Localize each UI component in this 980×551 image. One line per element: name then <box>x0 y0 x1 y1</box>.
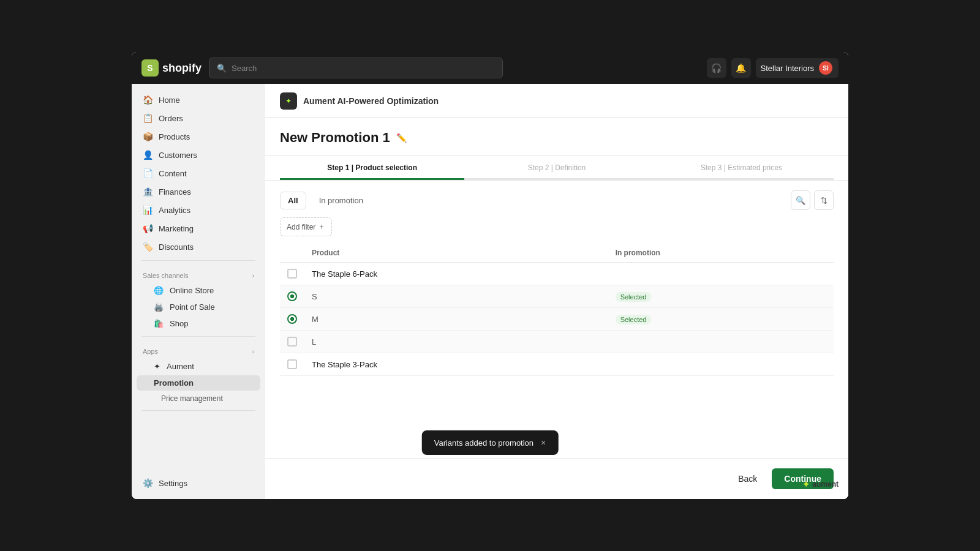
content-icon: 📄 <box>143 168 153 178</box>
add-filter-label: Add filter <box>287 223 315 231</box>
sidebar-divider-3 <box>141 410 255 411</box>
sidebar-item-finances[interactable]: 🏦 Finances <box>137 183 260 200</box>
col-in-promotion: In promotion <box>608 244 834 263</box>
step-3[interactable]: Step 3 | Estimated prices <box>649 156 834 180</box>
row-staple3-promotion <box>608 353 834 376</box>
step-2-label: Step 2 | Definition <box>464 163 649 178</box>
sidebar-item-discounts-label: Discounts <box>159 242 194 252</box>
add-filter-plus-icon: ＋ <box>318 222 325 232</box>
sidebar-item-settings[interactable]: ⚙️ Settings <box>137 474 260 492</box>
col-checkbox <box>280 244 304 263</box>
sidebar-item-pos-label: Point of Sale <box>170 302 215 312</box>
row-staple6-promotion <box>608 263 834 285</box>
home-icon: 🏠 <box>143 95 153 105</box>
sidebar-item-discounts[interactable]: 🏷️ Discounts <box>137 238 260 255</box>
toast-close-button[interactable]: × <box>541 438 546 448</box>
table-row: L <box>280 331 834 353</box>
store-button[interactable]: Stellar Interiors SI <box>756 58 839 78</box>
row-staple6-name: The Staple 6-Pack <box>304 263 608 285</box>
search-bar[interactable]: 🔍 Search <box>209 58 503 78</box>
add-filter-button[interactable]: Add filter ＋ <box>280 217 332 236</box>
sidebar-item-price-management[interactable]: Price management <box>137 392 260 405</box>
row-m-name: M <box>304 308 608 331</box>
toast-message: Variants added to promotion <box>434 438 533 448</box>
row-staple6-checkbox[interactable] <box>287 269 297 279</box>
sidebar-item-home-label: Home <box>159 96 180 105</box>
sidebar-divider-2 <box>141 336 255 337</box>
shop-icon: 🛍️ <box>154 319 164 328</box>
sidebar-item-products-label: Products <box>159 132 190 141</box>
sort-icon-btn[interactable]: ⇅ <box>814 190 834 210</box>
table-row: The Staple 6-Pack <box>280 263 834 285</box>
sidebar: 🏠 Home 📋 Orders 📦 Products 👤 Customers 📄… <box>132 84 265 499</box>
marketing-icon: 📢 <box>143 223 153 233</box>
back-button[interactable]: Back <box>731 469 764 489</box>
aument-logo-char: ✦ <box>285 97 292 105</box>
settings-icon: ⚙️ <box>143 478 153 488</box>
store-name: Stellar Interiors <box>761 64 814 73</box>
sales-channels-section[interactable]: Sales channels › <box>137 266 260 282</box>
edit-icon[interactable]: ✏️ <box>396 133 407 143</box>
page-title: New Promotion 1 <box>280 130 390 146</box>
content-area: ✦ Aument AI-Powered Optimization New Pro… <box>265 84 848 499</box>
sidebar-item-products[interactable]: 📦 Products <box>137 128 260 145</box>
row-s-promotion: Selected <box>608 285 834 308</box>
aument-watermark-text: aument <box>812 480 839 489</box>
shopify-logo-text: shopify <box>162 62 202 75</box>
orders-icon: 📋 <box>143 113 153 123</box>
row-staple3-checkbox-cell <box>280 353 304 376</box>
sidebar-item-orders[interactable]: 📋 Orders <box>137 110 260 127</box>
page-footer: Back Continue <box>265 458 848 499</box>
step-2[interactable]: Step 2 | Definition <box>464 156 649 180</box>
row-s-radio[interactable] <box>287 291 297 301</box>
sidebar-item-content[interactable]: 📄 Content <box>137 165 260 182</box>
step-1[interactable]: Step 1 | Product selection <box>280 156 464 180</box>
filter-tab-all[interactable]: All <box>280 192 306 209</box>
search-filter-icon: 🔍 <box>796 196 805 205</box>
col-product: Product <box>304 244 608 263</box>
filter-bar-right: 🔍 ⇅ <box>791 190 834 210</box>
apps-expand-icon: › <box>252 348 254 355</box>
sidebar-item-settings-label: Settings <box>159 479 187 488</box>
sidebar-item-promotion[interactable]: Promotion <box>137 375 260 391</box>
steps-bar: Step 1 | Product selection Step 2 | Defi… <box>265 156 848 181</box>
sidebar-item-promotion-label: Promotion <box>154 378 194 388</box>
sidebar-item-aument[interactable]: ✦ Aument <box>137 359 260 374</box>
search-icon: 🔍 <box>217 64 227 73</box>
sidebar-item-point-of-sale[interactable]: 🖨️ Point of Sale <box>137 299 260 315</box>
filter-bar: All In promotion 🔍 ⇅ <box>280 190 834 210</box>
filter-tab-in-promotion-label: In promotion <box>319 196 363 205</box>
search-filter-btn[interactable]: 🔍 <box>791 190 810 210</box>
sidebar-item-online-store[interactable]: 🌐 Online Store <box>137 283 260 298</box>
shopify-logo-icon: S <box>141 59 159 77</box>
page-header: New Promotion 1 ✏️ <box>265 118 848 156</box>
headset-icon-btn[interactable]: 🎧 <box>707 58 726 78</box>
aument-logo: ✦ <box>280 92 297 110</box>
pos-icon: 🖨️ <box>154 302 164 312</box>
finances-icon: 🏦 <box>143 187 153 197</box>
sidebar-item-shop[interactable]: 🛍️ Shop <box>137 316 260 331</box>
store-avatar: SI <box>819 61 832 75</box>
sidebar-item-online-store-label: Online Store <box>170 286 214 295</box>
row-m-badge: Selected <box>616 315 652 324</box>
bell-icon-btn[interactable]: 🔔 <box>731 58 751 78</box>
sidebar-item-orders-label: Orders <box>159 114 183 123</box>
bell-icon: 🔔 <box>736 63 746 73</box>
sidebar-item-content-label: Content <box>159 169 187 178</box>
sidebar-item-home[interactable]: 🏠 Home <box>137 91 260 108</box>
sidebar-item-analytics-label: Analytics <box>159 206 190 215</box>
table-row: S Selected <box>280 285 834 308</box>
apps-section[interactable]: Apps › <box>137 342 260 358</box>
sort-icon: ⇅ <box>821 196 827 205</box>
filter-tab-in-promotion[interactable]: In promotion <box>311 192 371 209</box>
sidebar-item-customers[interactable]: 👤 Customers <box>137 146 260 163</box>
row-s-name: S <box>304 285 608 308</box>
sidebar-item-marketing[interactable]: 📢 Marketing <box>137 220 260 237</box>
row-staple3-checkbox[interactable] <box>287 359 297 369</box>
add-filter-row: Add filter ＋ <box>280 217 834 236</box>
sidebar-item-analytics[interactable]: 📊 Analytics <box>137 201 260 219</box>
sidebar-item-aument-label: Aument <box>167 362 194 371</box>
filter-tab-all-label: All <box>288 196 298 205</box>
row-l-checkbox[interactable] <box>287 337 297 347</box>
row-m-radio[interactable] <box>287 314 297 324</box>
